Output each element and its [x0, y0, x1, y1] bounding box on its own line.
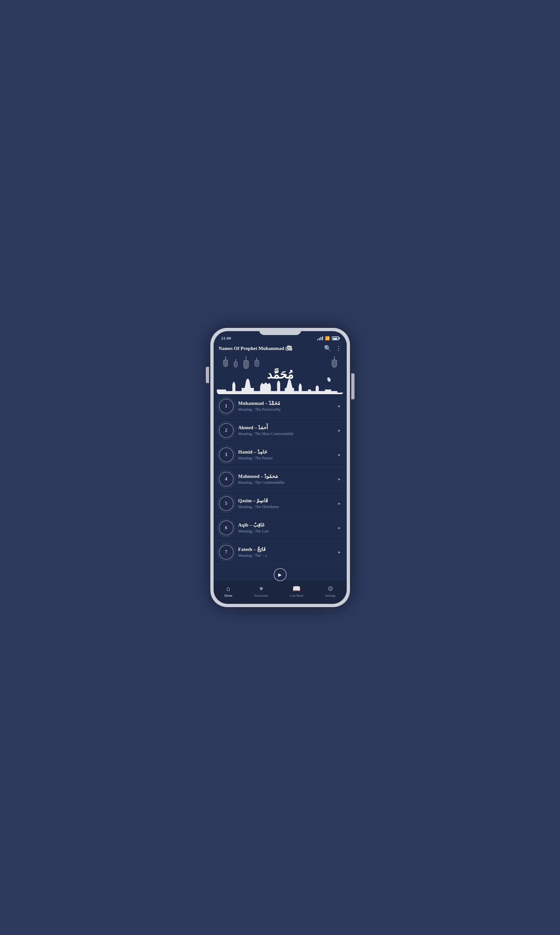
signal-icon: [317, 336, 323, 340]
item-name-6: Aqib – عَاقِبٌ: [238, 522, 338, 528]
item-arrow-1[interactable]: ►: [338, 404, 342, 409]
number-badge-4: 4: [219, 472, 234, 487]
item-name-4: Mahmood – مَحمُودٌ: [238, 473, 338, 479]
item-arrow-7[interactable]: ►: [338, 550, 342, 555]
item-arabic-5: قَاسِمٌ: [257, 498, 268, 503]
item-arabic-7: فَاتِخٌ: [257, 546, 266, 552]
number-badge-3: 3: [219, 448, 234, 462]
nav-favourites[interactable]: ♥ Favourites: [251, 584, 272, 599]
banner: مُحَمَّد: [217, 355, 343, 394]
number-badge-2: 2: [219, 423, 234, 438]
nav-home-label: Home: [224, 594, 232, 597]
status-time: 21:00: [222, 336, 231, 341]
item-name-2: Ahmed – أَحمَدٌ: [238, 424, 338, 431]
item-meaning-1: Meaning : The Praisworthy: [238, 407, 338, 412]
item-text-2: Ahmed – أَحمَدٌ Meaning : The Most Comme…: [238, 424, 338, 436]
list-item[interactable]: 4 Mahmood – مَحمُودٌ Meaning : The Comme…: [214, 467, 347, 492]
page-title: Names Of Prophet Muhammad (ﷺ: [219, 346, 324, 351]
item-text-5: Qasim – قَاسِمٌ Meaning : The Distributo…: [238, 498, 338, 509]
number-badge-7: 7: [219, 545, 234, 560]
item-meaning-3: Meaning : The Praiser: [238, 456, 338, 461]
item-meaning-4: Meaning : The Commendable: [238, 480, 338, 485]
lantern-4: [254, 358, 259, 369]
item-arabic-2: أَحمَدٌ: [258, 424, 268, 430]
number-badge-1: 1: [219, 399, 234, 414]
list-item[interactable]: 6 Aqib – عَاقِبٌ Meaning : The Last ►: [214, 516, 347, 540]
item-name-5: Qasim – قَاسِمٌ: [238, 498, 338, 504]
item-arrow-2[interactable]: ►: [338, 428, 342, 433]
nav-settings-label: Settings: [325, 594, 335, 597]
lantern-5: [332, 357, 337, 369]
battery-icon: [332, 336, 339, 340]
item-text-7: Fateeh – فَاتِخٌ Meaning : The '...s: [238, 546, 338, 558]
home-icon: ⌂: [226, 585, 231, 592]
item-meaning-2: Meaning : The Most Commendable: [238, 431, 338, 436]
lantern-3: [243, 357, 249, 369]
lantern-2: [234, 359, 238, 369]
phone-frame: 21:00 📶 Names Of Prophet Muhammad (ﷺ 🔍 ⋮: [210, 328, 350, 607]
phone-notch: [259, 328, 301, 335]
play-button[interactable]: ▶: [274, 568, 287, 581]
lantern-1: [223, 357, 228, 369]
status-right: 📶: [317, 336, 339, 341]
more-options-icon[interactable]: ⋮: [336, 345, 342, 352]
nav-favourites-label: Favourites: [254, 594, 268, 597]
item-meaning-7: Meaning : The '...s: [238, 553, 338, 558]
item-arrow-6[interactable]: ►: [338, 526, 342, 531]
list-item[interactable]: 1 Muhammad – مُحَمَّدٌ Meaning : The Pra…: [214, 394, 347, 418]
nav-home[interactable]: ⌂ Home: [220, 584, 236, 599]
nav-last-read-label: Last Read: [290, 594, 303, 597]
number-badge-6: 6: [219, 520, 234, 535]
nav-settings[interactable]: ⚙ Settings: [321, 583, 339, 599]
list-item[interactable]: 3 Hamid – حَامِدٌ Meaning : The Praiser …: [214, 443, 347, 467]
item-arabic-4: مَحمُودٌ: [264, 473, 278, 479]
names-list[interactable]: 1 Muhammad – مُحَمَّدٌ Meaning : The Pra…: [214, 394, 347, 580]
book-icon: 📖: [292, 585, 301, 592]
heart-icon: ♥: [259, 585, 263, 592]
item-text-3: Hamid – حَامِدٌ Meaning : The Praiser: [238, 449, 338, 461]
item-name-7: Fateeh – فَاتِخٌ: [238, 546, 338, 552]
item-arabic-3: حَامِدٌ: [257, 449, 267, 455]
bottom-navigation: ⌂ Home ♥ Favourites 📖 Last Read ⚙ Settin…: [214, 580, 347, 604]
list-item[interactable]: 7 Fateeh – فَاتِخٌ Meaning : The '...s ►: [214, 540, 347, 564]
item-arrow-5[interactable]: ►: [338, 501, 342, 506]
wifi-icon: 📶: [325, 336, 330, 341]
app-header: Names Of Prophet Muhammad (ﷺ 🔍 ⋮: [214, 342, 347, 355]
item-arrow-3[interactable]: ►: [338, 452, 342, 457]
list-item[interactable]: 2 Ahmed – أَحمَدٌ Meaning : The Most Com…: [214, 418, 347, 443]
item-text-4: Mahmood – مَحمُودٌ Meaning : The Commend…: [238, 473, 338, 485]
phone-screen: 21:00 📶 Names Of Prophet Muhammad (ﷺ 🔍 ⋮: [214, 331, 347, 604]
header-actions: 🔍 ⋮: [324, 345, 342, 352]
search-icon[interactable]: 🔍: [324, 345, 331, 352]
nav-last-read[interactable]: 📖 Last Read: [286, 583, 307, 599]
item-meaning-6: Meaning : The Last: [238, 529, 338, 534]
item-text-1: Muhammad – مُحَمَّدٌ Meaning : The Prais…: [238, 400, 338, 412]
banner-calligraphy: مُحَمَّد: [267, 368, 294, 381]
settings-icon: ⚙: [328, 585, 334, 592]
item-arrow-4[interactable]: ►: [338, 477, 342, 482]
number-badge-5: 5: [219, 496, 234, 511]
item-text-6: Aqib – عَاقِبٌ Meaning : The Last: [238, 522, 338, 534]
item-meaning-5: Meaning : The Distributor: [238, 504, 338, 509]
item-name-1: Muhammad – مُحَمَّدٌ: [238, 400, 338, 406]
item-name-3: Hamid – حَامِدٌ: [238, 449, 338, 455]
item-arabic-1: مُحَمَّدٌ: [269, 400, 280, 406]
item-arabic-6: عَاقِبٌ: [253, 522, 265, 527]
list-item[interactable]: 5 Qasim – قَاسِمٌ Meaning : The Distribu…: [214, 492, 347, 516]
